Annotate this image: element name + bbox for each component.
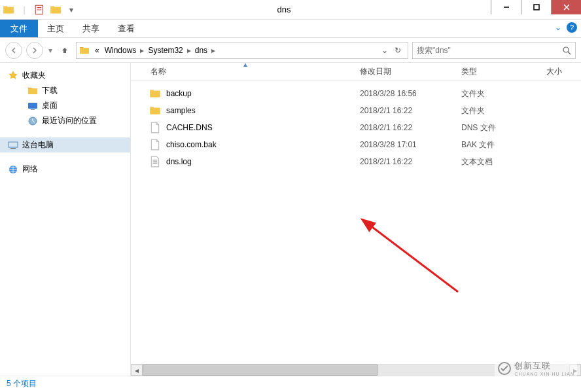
- watermark-text: 创新互联: [514, 361, 551, 370]
- list-item[interactable]: chiso.com.bak2018/3/28 17:01BAK 文件: [149, 136, 581, 153]
- tab-share[interactable]: 共享: [73, 20, 109, 37]
- back-button[interactable]: [5, 42, 22, 59]
- up-button[interactable]: [58, 43, 72, 58]
- sidebar-network[interactable]: 网络: [0, 162, 130, 177]
- quick-access-toolbar: | ▾: [0, 4, 77, 16]
- file-list: backup2018/3/28 16:56文件夹samples2018/2/1 …: [131, 81, 581, 364]
- address-dropdown-icon[interactable]: ⌄: [381, 46, 388, 55]
- refresh-icon[interactable]: ↻: [395, 46, 401, 55]
- close-button[interactable]: [551, 0, 581, 14]
- window-buttons: [491, 0, 581, 19]
- sidebar-item-label: 下载: [42, 85, 58, 96]
- folder-icon: [3, 4, 14, 16]
- file-type: BAK 文件: [461, 139, 546, 151]
- folder-icon: [79, 45, 90, 56]
- content-area: 名称 ▲ 修改日期 类型 大小 backup2018/3/28 16:56文件夹…: [131, 63, 581, 376]
- sidebar-item-recent[interactable]: 最近访问的位置: [0, 113, 130, 128]
- navbar: ▾ « Windows ▸ System32 ▸ dns ▸ ⌄ ↻: [0, 38, 581, 63]
- file-type: DNS 文件: [461, 122, 546, 134]
- sidebar-favorites[interactable]: 收藏夹: [0, 68, 130, 83]
- col-size[interactable]: 大小: [546, 66, 581, 77]
- file-type: 文本文档: [461, 156, 546, 168]
- sidebar-item-label: 网络: [22, 164, 38, 175]
- watermark-logo-icon: [497, 361, 512, 376]
- file-name: backup: [166, 89, 360, 98]
- computer-icon: [8, 140, 18, 151]
- col-type[interactable]: 类型: [461, 66, 546, 77]
- forward-button[interactable]: [26, 42, 43, 59]
- sidebar-item-downloads[interactable]: 下载: [0, 83, 130, 98]
- folder-icon: [149, 88, 161, 99]
- new-folder-icon[interactable]: [50, 4, 62, 16]
- scroll-left-icon[interactable]: ◂: [131, 365, 143, 376]
- folder-icon: [27, 86, 38, 96]
- search-box[interactable]: [412, 42, 576, 59]
- search-input[interactable]: [417, 46, 562, 55]
- address-bar[interactable]: « Windows ▸ System32 ▸ dns ▸ ⌄ ↻: [76, 42, 408, 59]
- file-date: 2018/2/1 16:22: [360, 106, 461, 115]
- breadcrumb-prefix[interactable]: «: [92, 46, 102, 55]
- titlebar: | ▾ dns: [0, 0, 581, 20]
- file-date: 2018/2/1 16:22: [360, 123, 461, 132]
- file-date: 2018/3/28 17:01: [360, 140, 461, 149]
- file-icon: [149, 122, 161, 134]
- folder-icon: [149, 105, 161, 116]
- watermark-subtext: CHUANG XIN HU LIAN: [514, 372, 574, 376]
- svg-rect-8: [31, 109, 35, 110]
- text-icon: [149, 156, 161, 168]
- file-type: 文件夹: [461, 88, 546, 99]
- file-name: dns.log: [166, 157, 360, 166]
- file-name: CACHE.DNS: [166, 123, 360, 132]
- sidebar-item-desktop[interactable]: 桌面: [0, 98, 130, 113]
- file-date: 2018/2/1 16:22: [360, 157, 461, 166]
- svg-line-6: [568, 52, 571, 54]
- col-name[interactable]: 名称 ▲: [150, 66, 360, 77]
- tab-view[interactable]: 查看: [109, 20, 144, 37]
- svg-rect-7: [28, 103, 37, 109]
- file-tab[interactable]: 文件: [0, 20, 38, 37]
- maximize-button[interactable]: [521, 0, 551, 14]
- svg-rect-2: [534, 5, 539, 10]
- column-headers: 名称 ▲ 修改日期 类型 大小: [131, 63, 581, 81]
- window-title: dns: [77, 5, 491, 14]
- desktop-icon: [27, 101, 38, 111]
- network-icon: [8, 164, 18, 175]
- file-icon: [149, 139, 161, 151]
- sidebar-item-label: 最近访问的位置: [42, 115, 97, 126]
- svg-rect-10: [9, 142, 18, 147]
- sidebar-computer[interactable]: 这台电脑: [0, 137, 130, 152]
- list-item[interactable]: samples2018/2/1 16:22文件夹: [149, 102, 581, 119]
- file-name: chiso.com.bak: [166, 140, 360, 149]
- sidebar-item-label: 桌面: [42, 100, 58, 111]
- col-date[interactable]: 修改日期: [360, 66, 461, 77]
- sort-asc-icon: ▲: [242, 61, 249, 68]
- help-icon[interactable]: ?: [567, 22, 577, 33]
- sidebar: 收藏夹 下载 桌面 最近访问的位置 这台电脑 网络: [0, 63, 131, 376]
- list-item[interactable]: CACHE.DNS2018/2/1 16:22DNS 文件: [149, 119, 581, 136]
- svg-point-5: [563, 47, 569, 52]
- list-item[interactable]: dns.log2018/2/1 16:22文本文档: [149, 153, 581, 170]
- breadcrumb-windows[interactable]: Windows: [102, 46, 139, 55]
- breadcrumb-system32[interactable]: System32: [145, 46, 185, 55]
- statusbar: 5 个项目: [0, 376, 581, 391]
- body: 收藏夹 下载 桌面 最近访问的位置 这台电脑 网络: [0, 63, 581, 376]
- watermark: 创新互联 CHUANG XIN HU LIAN: [495, 359, 577, 378]
- chevron-right-icon: ▸: [210, 46, 217, 55]
- minimize-button[interactable]: [491, 0, 521, 14]
- svg-rect-11: [10, 148, 16, 149]
- star-icon: [8, 71, 18, 81]
- recent-icon: [27, 116, 38, 126]
- ribbon-expand-icon[interactable]: ⌄: [555, 23, 561, 32]
- chevron-right-icon: ▸: [186, 46, 192, 55]
- history-dropdown-icon[interactable]: ▾: [47, 46, 54, 55]
- scroll-thumb[interactable]: [143, 365, 378, 376]
- search-icon[interactable]: [562, 46, 571, 55]
- list-item[interactable]: backup2018/3/28 16:56文件夹: [149, 85, 581, 102]
- breadcrumb-dns[interactable]: dns: [192, 46, 210, 55]
- status-count: 5 个项目: [7, 378, 37, 389]
- tab-home[interactable]: 主页: [38, 20, 73, 37]
- ribbon: 文件 主页 共享 查看 ⌄ ?: [0, 20, 581, 38]
- properties-icon[interactable]: [34, 4, 46, 16]
- file-name: samples: [166, 106, 360, 115]
- qat-dropdown-icon[interactable]: ▾: [65, 4, 77, 16]
